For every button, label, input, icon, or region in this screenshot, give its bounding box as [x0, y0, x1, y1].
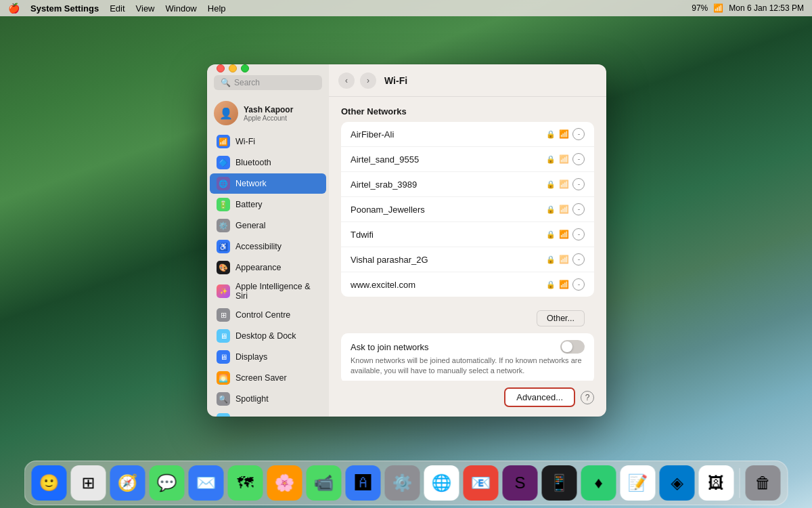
minimize-button[interactable] [229, 64, 237, 72]
sidebar-item-wifi[interactable]: 📶Wi-Fi [210, 131, 326, 152]
sidebar-titlebar [207, 64, 329, 72]
more-options-icon[interactable]: ··· [572, 253, 585, 266]
dock-icon-photos[interactable]: 🌸 [267, 465, 302, 501]
dock-icon-iphone-mirroring[interactable]: 📱 [542, 465, 577, 501]
dock-separator [740, 468, 740, 498]
network-name: Airtel_sand_9555 [351, 154, 546, 165]
menu-window[interactable]: Window [166, 3, 197, 14]
user-info: Yash Kapoor Apple Account [244, 105, 293, 122]
traffic-lights [217, 64, 249, 72]
network-name: AirFiber-Ali [351, 129, 546, 140]
more-options-icon[interactable]: ··· [572, 178, 585, 190]
sidebar-item-bluetooth[interactable]: 🔷Bluetooth [210, 152, 326, 173]
dock-icon-chrome[interactable]: 🌐 [424, 465, 459, 501]
control-centre-icon: ⊞ [217, 308, 230, 322]
more-options-icon[interactable]: ··· [572, 228, 585, 240]
dock-icon-slack[interactable]: S [503, 465, 538, 501]
appearance-icon: 🎨 [217, 261, 230, 274]
sidebar-item-apple-intelligence[interactable]: ✨Apple Intelligence & Siri [210, 278, 326, 304]
desktop-dock-icon: 🖥 [217, 329, 230, 343]
other-networks-button[interactable]: Other... [537, 310, 585, 326]
main-titlebar: ‹ › Wi-Fi [329, 64, 606, 97]
dock-icon-vscode[interactable]: ◈ [660, 465, 695, 501]
sidebar-item-appearance[interactable]: 🎨Appearance [210, 257, 326, 278]
main-content: ‹ › Wi-Fi Other Networks AirFiber-Ali🔒📶·… [329, 64, 606, 417]
user-subtitle: Apple Account [244, 114, 293, 122]
network-list: AirFiber-Ali🔒📶···Airtel_sand_9555🔒📶···Ai… [341, 122, 594, 297]
network-row[interactable]: Vishal parashar_2G🔒📶··· [341, 247, 594, 272]
dock-icon-gmail[interactable]: 📧 [464, 465, 499, 501]
dock-icon-textedit[interactable]: 📝 [621, 465, 656, 501]
dock-icon-launchpad[interactable]: ⊞ [71, 465, 106, 501]
network-row[interactable]: AirFiber-Ali🔒📶··· [341, 122, 594, 147]
network-name: Tdwifi [351, 230, 546, 240]
help-button[interactable]: ? [581, 391, 594, 404]
network-row[interactable]: Airtel_srab_3989🔒📶··· [341, 172, 594, 197]
dock: 🙂⊞🧭💬✉️🗺🌸📹🅰⚙️🌐📧S📱♦📝◈🖼🗑 [24, 461, 788, 505]
wifi-signal-icon: 📶 [559, 280, 569, 289]
menu-edit[interactable]: Edit [110, 3, 125, 14]
more-options-icon[interactable]: ··· [572, 278, 585, 291]
toggle-desc-ask-join: Known networks will be joined automatica… [351, 356, 585, 377]
dock-icon-settings[interactable]: ⚙️ [385, 465, 420, 501]
toggle-switch-ask-join[interactable] [560, 340, 585, 354]
toggle-ask-join: Ask to join networksKnown networks will … [341, 333, 594, 381]
network-row[interactable]: Airtel_sand_9555🔒📶··· [341, 147, 594, 172]
dock-icon-preview[interactable]: 🖼 [699, 465, 734, 501]
dock-icon-messages[interactable]: 💬 [150, 465, 185, 501]
sidebar-item-label-screensaver: Screen Saver [235, 373, 287, 383]
dock-icon-cashew[interactable]: ♦ [581, 465, 616, 501]
sidebar-item-spotlight[interactable]: 🔍Spotlight [210, 389, 326, 409]
user-profile[interactable]: 👤 Yash Kapoor Apple Account [207, 96, 329, 131]
apple-menu[interactable]: 🍎 [8, 3, 20, 14]
menubar: 🍎 System Settings Edit View Window Help … [0, 0, 812, 16]
menu-view[interactable]: View [136, 3, 155, 14]
sidebar-item-displays[interactable]: 🖥Displays [210, 347, 326, 367]
network-row[interactable]: Poonam_Jewellers🔒📶··· [341, 197, 594, 222]
sidebar-item-accessibility[interactable]: ♿Accessibility [210, 236, 326, 257]
sidebar-item-label-general: General [235, 221, 265, 230]
back-button[interactable]: ‹ [338, 72, 355, 89]
sidebar-item-desktop-dock[interactable]: 🖥Desktop & Dock [210, 326, 326, 346]
lock-icon: 🔒 [546, 130, 556, 139]
wifi-signal-icon: 📶 [559, 230, 569, 239]
network-icon: 🌐 [217, 177, 230, 190]
menubar-wifi-icon[interactable]: 📶 [713, 3, 723, 13]
sidebar-item-screensaver[interactable]: 🌅Screen Saver [210, 368, 326, 388]
sidebar-item-battery[interactable]: 🔋Battery [210, 194, 326, 215]
sidebar-item-label-spotlight: Spotlight [235, 394, 269, 404]
network-row[interactable]: Tdwifi🔒📶··· [341, 222, 594, 247]
maximize-button[interactable] [241, 64, 249, 72]
main-scroll-area[interactable]: Other Networks AirFiber-Ali🔒📶···Airtel_s… [329, 97, 606, 381]
network-row[interactable]: www.excitel.com🔒📶··· [341, 272, 594, 297]
sidebar-item-control-centre[interactable]: ⊞Control Centre [210, 305, 326, 325]
lock-icon: 🔒 [546, 280, 556, 289]
menubar-battery: 97% [692, 3, 708, 13]
dock-icon-mail[interactable]: ✉️ [189, 465, 224, 501]
forward-button[interactable]: › [360, 72, 376, 89]
avatar: 👤 [214, 101, 238, 125]
menu-help[interactable]: Help [208, 3, 226, 14]
search-bar[interactable]: 🔍 Search [214, 75, 322, 90]
more-options-icon[interactable]: ··· [572, 203, 585, 215]
dock-icon-facetime[interactable]: 📹 [307, 465, 342, 501]
sidebar-item-network[interactable]: 🌐Network [210, 173, 326, 194]
advanced-button[interactable]: Advanced... [504, 387, 575, 407]
settings-window: 🔍 Search 👤 Yash Kapoor Apple Account 📶Wi… [207, 64, 606, 417]
close-button[interactable] [217, 64, 225, 72]
sidebar-items: 📶Wi-Fi🔷Bluetooth🌐Network🔋Battery⚙️Genera… [207, 131, 329, 417]
dock-icon-safari[interactable]: 🧭 [110, 465, 145, 501]
sidebar-item-wallpaper[interactable]: 🏔Wallpaper [210, 410, 326, 417]
more-options-icon[interactable]: ··· [572, 128, 585, 140]
more-options-icon[interactable]: ··· [572, 153, 585, 165]
menubar-time: Mon 6 Jan 12:53 PM [729, 3, 804, 13]
dock-icon-maps[interactable]: 🗺 [228, 465, 263, 501]
dock-icon-trash[interactable]: 🗑 [746, 465, 781, 501]
dock-icon-finder[interactable]: 🙂 [32, 465, 67, 501]
dock-icon-appstore[interactable]: 🅰 [346, 465, 381, 501]
spotlight-icon: 🔍 [217, 392, 230, 406]
sidebar-item-general[interactable]: ⚙️General [210, 215, 326, 236]
app-name[interactable]: System Settings [30, 3, 99, 14]
section-title: Other Networks [341, 106, 594, 117]
apple-intelligence-icon: ✨ [217, 284, 230, 298]
